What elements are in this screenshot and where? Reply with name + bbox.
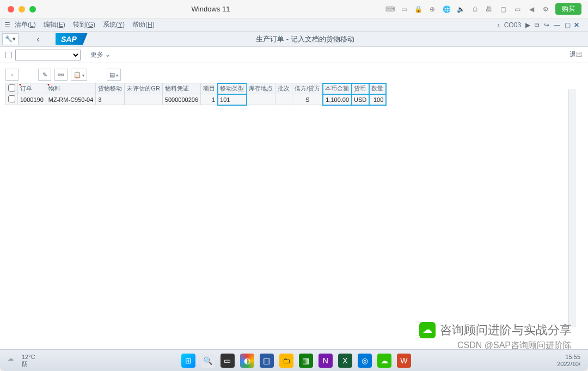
weather-widget[interactable]: ☁ 12°C 阴 xyxy=(8,354,35,367)
col-debit-credit[interactable]: 借方/贷方 xyxy=(292,83,323,94)
cell-material: MZ-RM-C950-04 xyxy=(46,94,96,105)
tool-choose[interactable]: 🔧▾ xyxy=(2,33,19,45)
back-button[interactable]: ‹ xyxy=(32,34,45,44)
exit-link[interactable]: 退出 xyxy=(569,50,583,59)
wechat-app-icon[interactable]: ☁ xyxy=(377,354,391,368)
more-menu[interactable]: 更多 ⌄ xyxy=(90,50,111,59)
col-item[interactable]: 项目 xyxy=(201,83,218,94)
menu-edit[interactable]: 编辑(E) xyxy=(44,20,65,29)
maximize-icon[interactable]: ▢ xyxy=(565,21,571,29)
system-tray[interactable]: 15:55 2022/10/ xyxy=(557,354,580,367)
clock-date: 2022/10/ xyxy=(557,361,580,367)
goods-movement-table: ▾订单 ▾物料 货物移动 未评估的GR 物料凭证 项目 移动类型 库存地点 批次… xyxy=(5,83,386,105)
weather-icon: ☁ xyxy=(8,355,19,366)
col-select-all[interactable] xyxy=(6,83,18,94)
weather-temp: 12°C xyxy=(22,354,35,360)
excel2-icon[interactable]: X xyxy=(338,354,352,368)
page-subtitle: 生产订单 - 记入文档的货物移动 xyxy=(88,34,588,44)
menu-list[interactable]: 清单(L) xyxy=(15,20,36,29)
printer-icon[interactable]: 🖶 xyxy=(485,5,493,14)
col-order[interactable]: ▾订单 xyxy=(18,83,46,94)
layout-dropdown[interactable]: ▤ xyxy=(107,69,121,81)
expand-icon[interactable]: › xyxy=(5,69,19,81)
vertical-scrollbar[interactable] xyxy=(568,89,576,327)
display-icon[interactable]: ▭ xyxy=(513,5,522,14)
nav-forward-icon[interactable]: › xyxy=(498,21,500,29)
menu-help[interactable]: 帮助(H) xyxy=(132,20,155,29)
cell-goods-movement: 3 xyxy=(96,94,125,105)
col-batch[interactable]: 批次 xyxy=(275,83,292,94)
hamburger-icon[interactable]: ☰ xyxy=(4,21,10,29)
cell-movement-type: 101 xyxy=(218,94,247,105)
col-material[interactable]: ▾物料 xyxy=(46,83,96,94)
table-row[interactable]: 1000190 MZ-RM-C950-04 3 5000000206 1 101… xyxy=(6,94,386,105)
camera-icon[interactable]: ▢ xyxy=(499,5,507,14)
file-explorer-icon[interactable]: 🗀 xyxy=(279,354,293,368)
cell-amount: 1,100.00 xyxy=(323,94,352,105)
tcode-label: CO03 xyxy=(504,21,521,29)
cell-unvaluated-gr xyxy=(125,94,163,105)
close-sap-icon[interactable]: ✕ xyxy=(574,21,584,29)
edit-icon[interactable]: ✎ xyxy=(38,69,51,81)
keyboard-icon[interactable]: ⌨ xyxy=(385,5,394,14)
sap-app-icon[interactable]: ▥ xyxy=(260,354,274,368)
col-amount-lc[interactable]: 本币金额 xyxy=(323,83,352,94)
search-icon[interactable]: 🔍 xyxy=(201,354,215,368)
network-icon[interactable]: ⊕ xyxy=(428,5,437,14)
maximize-window-dot[interactable] xyxy=(29,6,36,13)
minimize-window-dot[interactable] xyxy=(19,6,25,13)
col-movement-type[interactable]: 移动类型 xyxy=(218,83,247,94)
col-material-doc[interactable]: 物料凭证 xyxy=(162,83,200,94)
cell-batch xyxy=(275,94,292,105)
fullscreen-icon[interactable]: ◀ xyxy=(527,5,536,14)
menu-system[interactable]: 系统(Y) xyxy=(103,20,125,29)
filter-dropdown[interactable]: 📋 xyxy=(71,69,87,81)
window-settings-icon[interactable]: ⧉ xyxy=(535,21,540,29)
windows-taskbar: ☁ 12°C 阴 ⊞ 🔍 ▭ ◐ ▥ 🗀 ▦ N X ◎ ☁ W 15:55 2… xyxy=(0,349,588,371)
col-goods-movement[interactable]: 货物移动 xyxy=(96,83,125,94)
wps-icon[interactable]: W xyxy=(397,354,411,368)
mac-titlebar: Windows 11 ⌨ ▭ 🔒 ⊕ 🌐 🔈 ⎙ 🖶 ▢ ▭ ◀ ⚙ 购买 xyxy=(0,0,588,19)
onenote-icon[interactable]: N xyxy=(318,354,333,368)
task-view-icon[interactable]: ▭ xyxy=(220,354,235,368)
wechat-icon: ☁ xyxy=(419,322,436,338)
chrome-icon[interactable]: ◐ xyxy=(240,354,254,368)
command-field[interactable] xyxy=(15,50,81,60)
watermark: ☁ 咨询顾问进阶与实战分享 xyxy=(419,322,572,338)
lock-icon[interactable]: 🔒 xyxy=(414,5,422,14)
tablet-icon[interactable]: ▭ xyxy=(400,5,408,14)
sap-logo: SAP xyxy=(56,33,88,45)
globe-icon[interactable]: 🌐 xyxy=(442,5,451,14)
clock-time: 15:55 xyxy=(557,354,580,360)
window-controls xyxy=(0,6,36,13)
cmd-checkbox[interactable] xyxy=(5,52,12,58)
start-button[interactable]: ⊞ xyxy=(181,354,195,368)
cell-material-doc: 5000000206 xyxy=(162,94,200,105)
command-bar: 更多 ⌄ 退出 xyxy=(0,47,588,63)
sap-menubar: ☰ 清单(L) 编辑(E) 转到(G) 系统(Y) 帮助(H) › CO03 ▶… xyxy=(0,19,588,32)
menu-goto[interactable]: 转到(G) xyxy=(73,20,95,29)
cell-storage-location xyxy=(247,94,275,105)
weather-desc: 阴 xyxy=(22,361,35,367)
usb-icon[interactable]: ⎙ xyxy=(470,5,479,14)
close-window-dot[interactable] xyxy=(8,6,14,13)
sound-icon[interactable]: 🔈 xyxy=(456,5,465,14)
sap-header: 🔧▾ ‹ SAP 生产订单 - 记入文档的货物移动 xyxy=(0,32,588,47)
cell-order: 1000190 xyxy=(18,94,46,105)
table-toolbar: › ✎ 👓 📋 ▤ xyxy=(5,69,583,81)
cell-quantity: 100 xyxy=(369,94,386,105)
col-currency[interactable]: 货币 xyxy=(352,83,369,94)
cell-currency: USD xyxy=(352,94,369,105)
execute-icon[interactable]: ▶ xyxy=(525,21,530,29)
col-storage-location[interactable]: 库存地点 xyxy=(247,83,275,94)
link-icon[interactable]: ↪ xyxy=(544,21,549,29)
glasses-icon[interactable]: 👓 xyxy=(54,69,68,81)
edge-icon[interactable]: ◎ xyxy=(358,354,372,368)
excel-icon[interactable]: ▦ xyxy=(299,354,313,368)
col-quantity[interactable]: 数量 xyxy=(369,83,386,94)
gear-icon[interactable]: ⚙ xyxy=(541,5,550,14)
row-checkbox[interactable] xyxy=(8,95,15,102)
buy-button[interactable]: 购买 xyxy=(555,3,581,15)
minimize-icon[interactable]: — xyxy=(554,21,560,29)
col-unvaluated-gr[interactable]: 未评估的GR xyxy=(125,83,163,94)
